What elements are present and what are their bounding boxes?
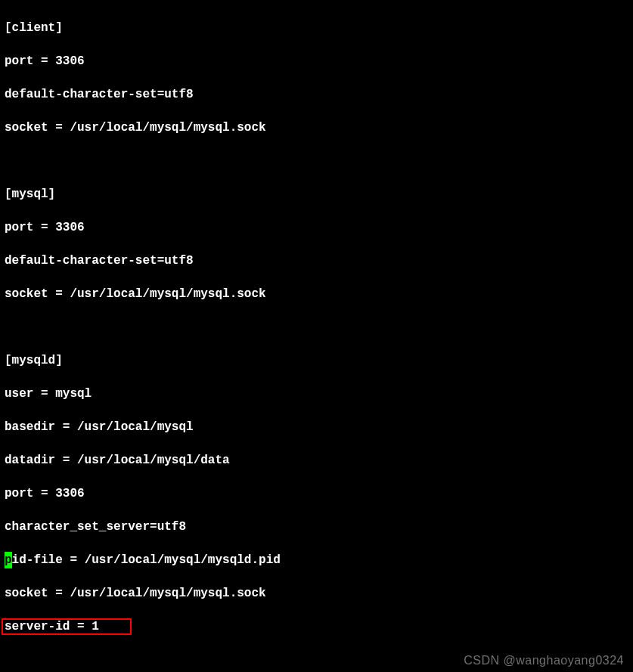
- highlight-box: server-id = 1: [2, 618, 132, 635]
- cfg-line: [mysqld]: [5, 352, 628, 369]
- cfg-line: basedir = /usr/local/mysql: [5, 419, 628, 435]
- cfg-line: [mysql]: [5, 186, 628, 203]
- cfg-line: [client]: [5, 20, 628, 36]
- cfg-line: character_set_server=utf8: [5, 519, 628, 535]
- cfg-line: socket = /usr/local/mysql/mysql.sock: [5, 585, 628, 602]
- blank-line: [5, 153, 628, 169]
- cfg-text: id-file = /usr/local/mysql/mysqld.pid: [12, 553, 281, 567]
- cfg-line: user = mysql: [5, 386, 628, 402]
- cfg-line: datadir = /usr/local/mysql/data: [5, 452, 628, 469]
- cfg-line: socket = /usr/local/mysql/mysql.sock: [5, 119, 628, 136]
- cfg-line: socket = /usr/local/mysql/mysql.sock: [5, 286, 628, 302]
- cfg-line: default-character-set=utf8: [5, 86, 628, 103]
- cfg-line: port = 3306: [5, 53, 628, 70]
- cfg-line-highlight: server-id = 1: [5, 618, 628, 635]
- watermark: CSDN @wanghaoyang0324: [464, 652, 624, 669]
- terminal-editor[interactable]: [client] port = 3306 default-character-s…: [0, 0, 633, 672]
- cfg-line: default-character-set=utf8: [5, 252, 628, 269]
- cfg-line: port = 3306: [5, 485, 628, 502]
- cfg-text: server-id = 1: [5, 620, 99, 633]
- terminal-cursor: p: [5, 552, 12, 568]
- cfg-line: port = 3306: [5, 219, 628, 236]
- blank-line: [5, 319, 628, 336]
- cfg-line-cursor: pid-file = /usr/local/mysql/mysqld.pid: [5, 552, 628, 568]
